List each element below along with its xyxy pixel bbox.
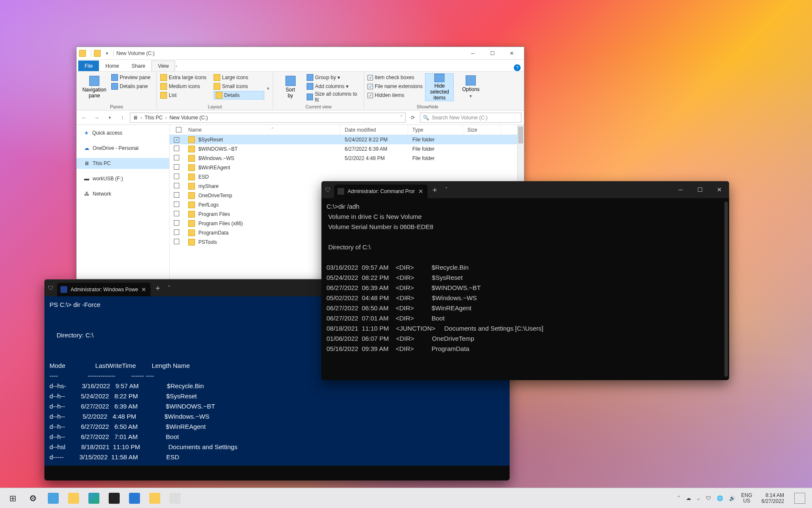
- new-tab-button[interactable]: ＋: [428, 181, 442, 198]
- column-headers[interactable]: Name˄ Date modified Type Size: [170, 125, 524, 135]
- edge-taskbar-icon[interactable]: [84, 488, 104, 508]
- cmd-titlebar[interactable]: 🛡 Administrator: Command Pror ✕ ＋ ˅ ─ ☐ …: [321, 181, 729, 198]
- options-button[interactable]: Options▾: [456, 73, 485, 101]
- shield-tray-icon[interactable]: 🛡: [706, 495, 711, 501]
- tab-dropdown[interactable]: ˅: [165, 285, 173, 291]
- row-checkbox[interactable]: [174, 202, 179, 207]
- group-by-button[interactable]: Group by ▾: [307, 73, 360, 82]
- up-button[interactable]: ↑: [117, 113, 127, 123]
- file-ext-toggle[interactable]: ✓File name extensions: [368, 82, 422, 91]
- start-button[interactable]: ⊞: [3, 488, 23, 508]
- hidden-items-toggle[interactable]: ✓Hidden items: [368, 91, 422, 99]
- row-checkbox[interactable]: [174, 192, 179, 198]
- taskbar: ⊞ ⚙ ˄ ☁ ⌵ 🛡 🌐 🔊 ENGUS 8:14 AM6/27/2022: [0, 488, 812, 508]
- preview-pane-button[interactable]: Preview pane: [111, 73, 151, 82]
- row-checkbox[interactable]: [174, 146, 179, 151]
- close-button[interactable]: ✕: [502, 47, 521, 60]
- onedrive-tray-icon[interactable]: ☁: [686, 495, 691, 501]
- row-checkbox[interactable]: [174, 183, 179, 188]
- folder-icon: [188, 239, 195, 246]
- powershell-tab[interactable]: Administrator: Windows Powe ✕: [57, 283, 151, 296]
- terminal-taskbar-icon[interactable]: [104, 488, 124, 508]
- row-checkbox[interactable]: [174, 155, 179, 160]
- back-button[interactable]: ←: [79, 113, 89, 123]
- folder-icon: [188, 220, 195, 227]
- task-view-icon[interactable]: [43, 488, 63, 508]
- layout-list[interactable]: List: [160, 91, 211, 99]
- tab-file[interactable]: File: [78, 61, 99, 71]
- file-row[interactable]: ✓$SysReset5/24/2022 8:22 PMFile folder: [170, 135, 524, 144]
- file-row[interactable]: $WINDOWS.~BT6/27/2022 6:39 AMFile folder: [170, 144, 524, 154]
- search-icon: 🔍: [423, 115, 429, 121]
- folder-taskbar-icon[interactable]: [145, 488, 165, 508]
- hide-selected-button[interactable]: Hide selected items: [425, 73, 454, 101]
- layout-medium[interactable]: Medium icons: [160, 82, 211, 91]
- row-checkbox[interactable]: [174, 164, 179, 170]
- address-bar[interactable]: 🖥› This PC› New Volume (C:) ˅: [130, 113, 406, 123]
- sort-by-button[interactable]: Sort by: [277, 73, 304, 101]
- sidebar-network[interactable]: 🖧Network: [77, 188, 169, 199]
- notifications-icon[interactable]: [794, 493, 805, 504]
- network-tray-icon[interactable]: 🌐: [717, 495, 723, 501]
- system-tray[interactable]: ˄ ☁ ⌵ 🛡 🌐 🔊 ENGUS 8:14 AM6/27/2022: [678, 492, 809, 504]
- details-pane-button[interactable]: Details pane: [111, 82, 151, 91]
- row-checkbox[interactable]: ✓: [174, 137, 179, 143]
- cmd-tab[interactable]: Administrator: Command Pror ✕: [334, 185, 428, 198]
- security-tray-icon[interactable]: ⌵: [697, 495, 700, 501]
- size-columns-button[interactable]: Size all columns to fit: [307, 91, 360, 103]
- maximize-button[interactable]: ☐: [483, 47, 502, 60]
- collapse-ribbon-icon[interactable]: ˄: [175, 65, 178, 71]
- tray-chevron-icon[interactable]: ˄: [678, 495, 680, 501]
- tab-dropdown[interactable]: ˅: [442, 187, 450, 193]
- close-tab-icon[interactable]: ✕: [141, 286, 146, 293]
- close-tab-icon[interactable]: ✕: [418, 188, 423, 195]
- language-indicator[interactable]: ENGUS: [741, 493, 752, 504]
- select-all-checkbox[interactable]: [176, 127, 181, 133]
- add-columns-button[interactable]: Add columns ▾: [307, 82, 360, 91]
- settings-icon[interactable]: ⚙: [23, 488, 43, 508]
- refresh-button[interactable]: ⟳: [408, 113, 417, 122]
- sidebar-onedrive[interactable]: ☁OneDrive - Personal: [77, 143, 169, 154]
- file-row[interactable]: ESD: [170, 172, 524, 182]
- explorer-titlebar[interactable]: ▾ New Volume (C:) ─ ☐ ✕: [77, 47, 524, 60]
- close-button[interactable]: ✕: [710, 181, 729, 198]
- search-box[interactable]: 🔍 Search New Volume (C:): [420, 113, 521, 123]
- new-tab-button[interactable]: ＋: [151, 279, 165, 296]
- layout-details[interactable]: Details: [214, 91, 264, 99]
- explorer-taskbar-icon[interactable]: [63, 488, 84, 508]
- forward-button[interactable]: →: [92, 113, 102, 123]
- tab-view[interactable]: View: [151, 61, 175, 71]
- sidebar-quick-access[interactable]: ★Quick access: [77, 127, 169, 138]
- navigation-pane-button[interactable]: Navigation pane: [80, 73, 109, 101]
- minimize-button[interactable]: ─: [463, 47, 483, 60]
- layout-xlarge[interactable]: Extra large icons: [160, 73, 211, 82]
- cmd-output[interactable]: C:\>dir /adh Volume in drive C is New Vo…: [321, 198, 729, 357]
- row-checkbox[interactable]: [174, 174, 179, 179]
- sidebar-workusb[interactable]: ▬workUSB (F:): [77, 173, 169, 184]
- layout-small[interactable]: Small icons: [214, 82, 264, 91]
- breadcrumb-volume[interactable]: New Volume (C:): [170, 115, 208, 121]
- clock[interactable]: 8:14 AM6/27/2022: [762, 492, 784, 504]
- minimize-button[interactable]: ─: [671, 181, 690, 198]
- help-icon[interactable]: ?: [514, 64, 521, 71]
- item-checkboxes-toggle[interactable]: ✓Item check boxes: [368, 73, 422, 82]
- row-checkbox[interactable]: [174, 229, 179, 235]
- volume-tray-icon[interactable]: 🔊: [729, 495, 735, 501]
- breadcrumb-thispc[interactable]: This PC: [145, 115, 163, 121]
- app-taskbar-icon[interactable]: [165, 488, 185, 508]
- maximize-button[interactable]: ☐: [690, 181, 710, 198]
- row-checkbox[interactable]: [174, 220, 179, 226]
- row-checkbox[interactable]: [174, 211, 179, 216]
- window-title: New Volume (C:): [116, 50, 155, 56]
- tab-share[interactable]: Share: [125, 61, 151, 71]
- scrollbar[interactable]: [724, 202, 728, 377]
- file-row[interactable]: $WinREAgent: [170, 163, 524, 172]
- layout-large[interactable]: Large icons: [214, 73, 264, 82]
- history-dropdown[interactable]: ▾: [104, 113, 115, 123]
- vscode-taskbar-icon[interactable]: [124, 488, 145, 508]
- tab-home[interactable]: Home: [99, 61, 125, 71]
- file-row[interactable]: $Windows.~WS5/2/2022 4:48 PMFile folder: [170, 154, 524, 163]
- sidebar-this-pc[interactable]: 🖥This PC: [77, 158, 169, 169]
- folder-icon: [188, 174, 195, 180]
- row-checkbox[interactable]: [174, 239, 179, 244]
